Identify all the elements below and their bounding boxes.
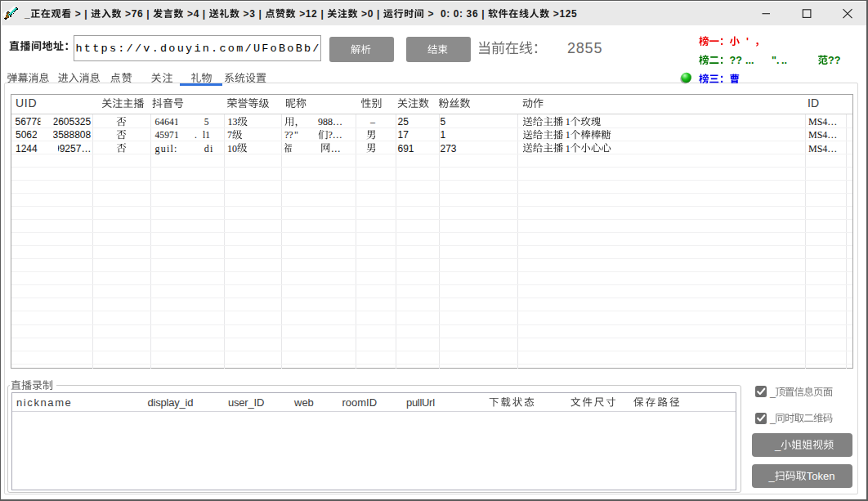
svg-text:64641: 64641 (155, 117, 179, 127)
svg-text:2855: 2855 (567, 40, 602, 56)
svg-text:3588808: 3588808 (53, 129, 92, 141)
svg-text:|: | (320, 8, 324, 20)
svg-text:25: 25 (398, 116, 409, 127)
svg-text:|: | (203, 8, 206, 20)
svg-text:988…: 988… (318, 116, 342, 127)
svg-text:...: ... (745, 55, 754, 66)
svg-text:…: … (331, 143, 342, 154)
svg-text:|: | (481, 8, 485, 20)
svg-text:>12: >12 (299, 8, 317, 20)
svg-text:_: _ (769, 387, 776, 398)
svg-text:??: ?? (730, 55, 742, 66)
svg-text:45971: 45971 (155, 130, 179, 140)
svg-text:user_ID: user_ID (228, 396, 264, 409)
svg-text:web: web (293, 396, 314, 409)
svg-text:|: | (259, 8, 262, 20)
svg-text:1: 1 (566, 143, 570, 154)
svg-text:1244: 1244 (16, 143, 38, 154)
svg-text:>: > (75, 8, 82, 20)
svg-text:1: 1 (566, 116, 570, 127)
svg-text:1: 1 (566, 129, 570, 141)
svg-text:7: 7 (227, 129, 232, 141)
svg-text:5: 5 (441, 116, 446, 127)
svg-text:>3: >3 (244, 8, 256, 20)
svg-text:_: _ (24, 8, 30, 20)
svg-text:..: .. (781, 55, 787, 66)
svg-text:nickname: nickname (16, 396, 72, 409)
svg-text:>125: >125 (553, 8, 578, 20)
svg-text:_: _ (768, 470, 776, 482)
svg-text:MS4…: MS4… (808, 116, 837, 127)
svg-text:|: | (377, 8, 380, 20)
svg-text:1: 1 (441, 129, 446, 141)
svg-text:56778: 56778 (16, 116, 43, 127)
svg-text:roomID: roomID (342, 396, 378, 409)
svg-text:??: ?? (828, 55, 840, 66)
svg-text:".: ". (772, 55, 779, 66)
svg-text:https://v.douyin.com/UFoBoBb/: https://v.douyin.com/UFoBoBb/ (76, 42, 321, 55)
svg-text:": " (294, 129, 298, 141)
svg-text:display_id: display_id (148, 396, 194, 409)
svg-text:0:: 0: (454, 8, 463, 20)
svg-text:?…: ?… (329, 129, 342, 141)
svg-text:_: _ (774, 439, 781, 451)
svg-text:–: – (369, 116, 376, 127)
svg-text:5062: 5062 (16, 129, 38, 141)
svg-text:>: > (427, 8, 434, 20)
svg-text:|: | (146, 8, 150, 20)
svg-text:99257: 99257 (54, 143, 82, 154)
svg-text:>76: >76 (125, 8, 143, 20)
svg-text:0:: 0: (441, 8, 450, 20)
svg-text:MS4…: MS4… (808, 143, 837, 154)
svg-text:10: 10 (227, 143, 237, 154)
svg-text:273: 273 (441, 143, 457, 154)
svg-text:_: _ (769, 413, 776, 424)
svg-text:36: 36 (467, 8, 479, 20)
svg-text:??: ?? (284, 129, 293, 141)
svg-text:l1: l1 (203, 130, 210, 140)
svg-text:pullUrl: pullUrl (406, 396, 435, 409)
svg-text:17: 17 (398, 129, 409, 141)
svg-text:|: | (84, 8, 87, 20)
svg-text:MS4…: MS4… (808, 129, 837, 141)
svg-text:>4: >4 (187, 8, 199, 20)
svg-text:di: di (204, 143, 214, 154)
svg-text:': ' (746, 36, 749, 47)
svg-text:…: … (81, 143, 91, 154)
svg-text:691: 691 (398, 143, 414, 154)
svg-text:Token: Token (807, 470, 835, 482)
svg-text:ID: ID (808, 96, 819, 110)
svg-text:5: 5 (204, 117, 209, 127)
svg-text:UID: UID (16, 96, 37, 110)
svg-text:2605325: 2605325 (53, 116, 92, 127)
svg-text:guil:: guil: (155, 143, 178, 154)
svg-text:13: 13 (228, 116, 238, 127)
svg-text:>0: >0 (361, 8, 374, 20)
svg-text:.: . (195, 130, 197, 140)
